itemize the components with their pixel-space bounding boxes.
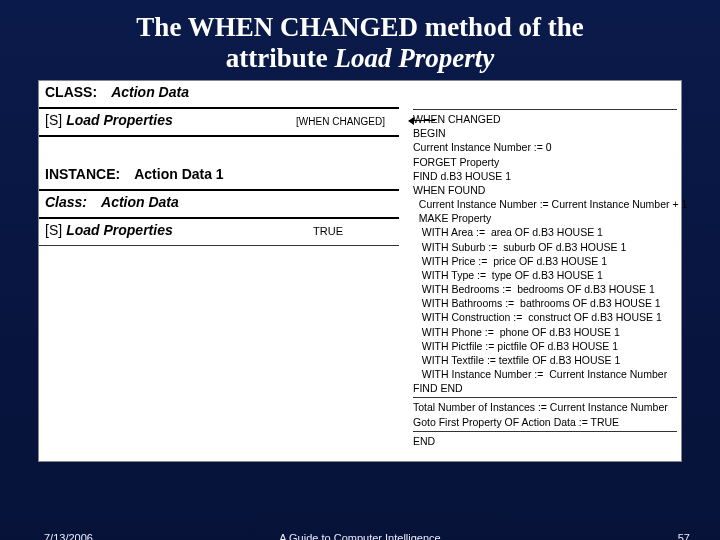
code-line: FIND END bbox=[413, 381, 677, 395]
slot-row-2: [S] Load Properties TRUE bbox=[39, 219, 399, 246]
slot1-tag: [WHEN CHANGED] bbox=[296, 116, 385, 127]
slot1-name: Load Properties bbox=[66, 112, 173, 128]
code-line: END bbox=[413, 434, 677, 448]
code-line: WITH Bedrooms := bedrooms OF d.B3 HOUSE … bbox=[413, 282, 677, 296]
footer-page: 57 bbox=[678, 532, 690, 540]
code-line: WITH Suburb := suburb OF d.B3 HOUSE 1 bbox=[413, 240, 677, 254]
title-line2a: attribute bbox=[226, 43, 328, 73]
code-line: Total Number of Instances := Current Ins… bbox=[413, 400, 677, 414]
title-line1: The WHEN CHANGED method of the bbox=[136, 12, 583, 42]
divider bbox=[413, 397, 677, 398]
code-line: WITH Price := price OF d.B3 HOUSE 1 bbox=[413, 254, 677, 268]
class2-value: Action Data bbox=[101, 194, 179, 210]
class-label: CLASS: bbox=[45, 84, 97, 100]
code-block: WHEN CHANGED BEGIN Current Instance Numb… bbox=[413, 109, 677, 448]
slot-row-1: [S] Load Properties [WHEN CHANGED] bbox=[39, 109, 399, 137]
class-row: CLASS: Action Data bbox=[39, 81, 399, 109]
slot2-prefix: [S] bbox=[45, 222, 62, 238]
title-line2b: Load Property bbox=[335, 43, 495, 73]
code-line: WITH Area := area OF d.B3 HOUSE 1 bbox=[413, 225, 677, 239]
spacer bbox=[39, 137, 399, 163]
code-line: WITH Textfile := textfile OF d.B3 HOUSE … bbox=[413, 353, 677, 367]
code-line: WITH Construction := construct OF d.B3 H… bbox=[413, 310, 677, 324]
code-line: Goto First Property OF Action Data := TR… bbox=[413, 415, 677, 429]
code-line: WITH Bathrooms := bathrooms OF d.B3 HOUS… bbox=[413, 296, 677, 310]
class-value: Action Data bbox=[111, 84, 189, 100]
instance-row: INSTANCE: Action Data 1 bbox=[39, 163, 399, 191]
divider bbox=[413, 431, 677, 432]
footer-center: A Guide to Computer Intelligence bbox=[0, 532, 720, 540]
code-line: MAKE Property bbox=[413, 211, 677, 225]
code-line: WHEN CHANGED bbox=[413, 112, 677, 126]
slot2-name: Load Properties bbox=[66, 222, 173, 238]
code-line: WHEN FOUND bbox=[413, 183, 677, 197]
class2-label: Class: bbox=[45, 194, 87, 210]
instance-value: Action Data 1 bbox=[134, 166, 223, 182]
slot1-prefix: [S] bbox=[45, 112, 62, 128]
code-line: WITH Type := type OF d.B3 HOUSE 1 bbox=[413, 268, 677, 282]
code-line: Current Instance Number := Current Insta… bbox=[413, 197, 677, 211]
class2-row: Class: Action Data bbox=[39, 191, 399, 219]
code-line: WITH Phone := phone OF d.B3 HOUSE 1 bbox=[413, 325, 677, 339]
instance-label: INSTANCE: bbox=[45, 166, 120, 182]
left-column: CLASS: Action Data [S] Load Properties [… bbox=[39, 81, 399, 246]
slide-title: The WHEN CHANGED method of the attribute… bbox=[0, 0, 720, 80]
slot2-value: TRUE bbox=[313, 225, 343, 237]
content-panel: CLASS: Action Data [S] Load Properties [… bbox=[38, 80, 682, 462]
code-line: WITH Pictfile := pictfile OF d.B3 HOUSE … bbox=[413, 339, 677, 353]
code-line: WITH Instance Number := Current Instance… bbox=[413, 367, 677, 381]
code-line: FORGET Property bbox=[413, 155, 677, 169]
code-line: FIND d.B3 HOUSE 1 bbox=[413, 169, 677, 183]
code-line: BEGIN bbox=[413, 126, 677, 140]
code-line: Current Instance Number := 0 bbox=[413, 140, 677, 154]
